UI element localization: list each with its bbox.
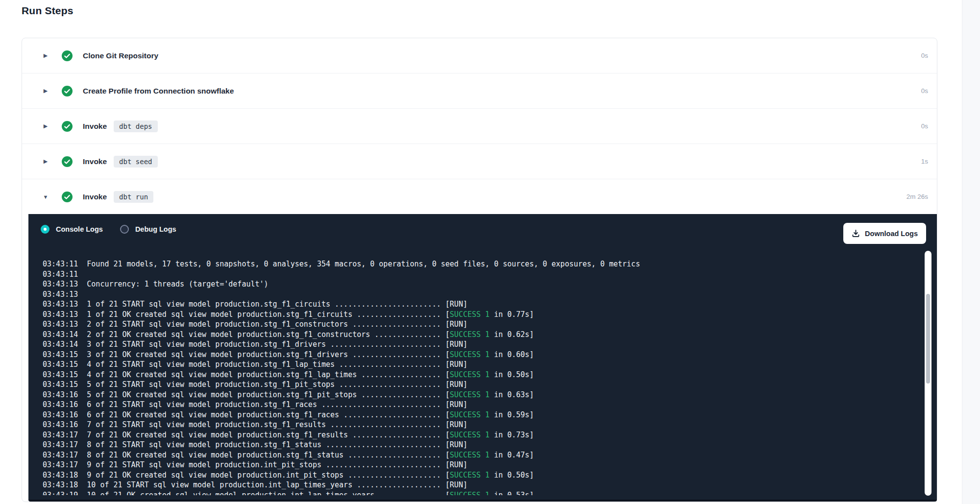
log-line: 03:43:15 4 of 21 OK created sql view mod… [43, 370, 913, 380]
step-row-clone-git-repository[interactable]: ▶ Clone Git Repository 0s [22, 38, 937, 73]
log-line: 03:43:16 6 of 21 OK created sql view mod… [43, 410, 913, 420]
console-log-lines: 03:43:11 Found 21 models, 17 tests, 0 sn… [43, 259, 913, 495]
caret-right-icon[interactable]: ▶ [42, 123, 49, 129]
log-line: 03:43:14 3 of 21 START sql view model pr… [43, 339, 913, 350]
log-line: 03:43:15 5 of 21 START sql view model pr… [43, 380, 913, 390]
log-line: 03:43:15 4 of 21 START sql view model pr… [43, 360, 913, 370]
log-line: 03:43:14 2 of 21 OK created sql view mod… [43, 330, 913, 340]
log-line: 03:43:16 6 of 21 START sql view model pr… [43, 400, 913, 410]
log-scrollbar-track[interactable] [925, 251, 931, 496]
caret-right-icon[interactable]: ▶ [42, 88, 49, 94]
log-tab-label: Console Logs [56, 225, 103, 233]
run-steps-card: ▶ Clone Git Repository 0s ▶ Create Profi… [22, 38, 937, 502]
check-circle-icon [62, 156, 73, 167]
log-line: 03:43:13 1 of 21 OK created sql view mod… [43, 310, 913, 320]
log-scrollbar-thumb[interactable] [926, 294, 930, 384]
download-logs-button[interactable]: Download Logs [843, 223, 926, 244]
step-duration: 1s [921, 158, 937, 165]
step-duration: 0s [921, 122, 937, 130]
check-circle-icon [62, 86, 73, 96]
step-command-badge: dbt seed [114, 156, 157, 168]
check-circle-icon [62, 121, 73, 132]
step-label: Invoke [83, 122, 107, 131]
check-circle-icon [62, 192, 73, 202]
log-line: 03:43:16 5 of 21 OK created sql view mod… [43, 390, 913, 400]
log-line: 03:43:13 [43, 289, 913, 300]
step-row-invoke-dbt-seed[interactable]: ▶ Invoke dbt seed 1s [22, 144, 937, 179]
step-row-invoke-dbt-run[interactable]: ▼ Invoke dbt run 2m 26s [22, 179, 937, 214]
page-right-gutter [962, 0, 980, 504]
step-command-badge: dbt deps [114, 120, 157, 132]
step-duration: 0s [921, 52, 937, 59]
log-line: 03:43:18 10 of 21 START sql view model p… [43, 480, 913, 490]
caret-right-icon[interactable]: ▶ [42, 52, 49, 59]
download-icon [852, 230, 860, 238]
log-tab-label: Debug Logs [135, 225, 176, 233]
log-line: 03:43:17 7 of 21 OK created sql view mod… [43, 430, 913, 440]
caret-right-icon[interactable]: ▶ [42, 158, 49, 165]
step-duration: 0s [921, 87, 937, 95]
log-line: 03:43:17 8 of 21 START sql view model pr… [43, 440, 913, 450]
log-line: 03:43:11 [43, 269, 913, 280]
radio-unselected-icon [120, 225, 129, 234]
log-line: 03:43:13 Concurrency: 1 threads (target=… [43, 279, 913, 289]
step-label: Invoke [83, 192, 107, 201]
step-label: Create Profile from Connection snowflake [83, 87, 234, 96]
log-panel: Console Logs Debug Logs Download Logs 03… [28, 214, 937, 502]
step-row-create-profile-from-connection-snowflake[interactable]: ▶ Create Profile from Connection snowfla… [22, 73, 937, 109]
run-steps-page: Run Steps ▶ Clone Git Repository 0s ▶ Cr… [0, 0, 980, 504]
download-logs-label: Download Logs [865, 230, 918, 238]
log-tabs: Console Logs Debug Logs [41, 225, 176, 234]
step-label: Invoke [83, 157, 107, 166]
log-line: 03:43:19 10 of 21 OK created sql view mo… [43, 490, 913, 496]
caret-down-icon[interactable]: ▼ [42, 194, 49, 200]
run-steps-list: ▶ Clone Git Repository 0s ▶ Create Profi… [22, 38, 937, 214]
log-line: 03:43:15 3 of 21 OK created sql view mod… [43, 350, 913, 360]
step-duration: 2m 26s [906, 193, 937, 200]
console-log-output: 03:43:11 Found 21 models, 17 tests, 0 sn… [43, 244, 913, 495]
step-label: Clone Git Repository [83, 51, 158, 60]
log-line: 03:43:11 Found 21 models, 17 tests, 0 sn… [43, 259, 913, 269]
log-line: 03:43:16 7 of 21 START sql view model pr… [43, 420, 913, 430]
log-line: 03:43:13 1 of 21 START sql view model pr… [43, 299, 913, 310]
step-row-invoke-dbt-deps[interactable]: ▶ Invoke dbt deps 0s [22, 109, 937, 144]
log-line: 03:43:17 8 of 21 OK created sql view mod… [43, 450, 913, 460]
log-line: 03:43:17 9 of 21 START sql view model pr… [43, 460, 913, 470]
check-circle-icon [62, 50, 73, 61]
log-tab-debug-logs[interactable]: Debug Logs [120, 225, 176, 234]
log-tab-console-logs[interactable]: Console Logs [41, 225, 103, 234]
log-line: 03:43:18 9 of 21 OK created sql view mod… [43, 470, 913, 480]
step-command-badge: dbt run [114, 191, 153, 203]
radio-selected-icon [41, 225, 49, 234]
log-line: 03:43:13 2 of 21 START sql view model pr… [43, 319, 913, 330]
page-title: Run Steps [22, 5, 74, 17]
